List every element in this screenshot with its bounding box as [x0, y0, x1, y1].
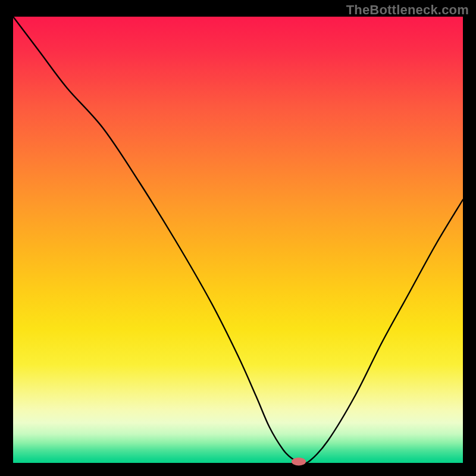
- chart-frame: TheBottleneck.com: [0, 0, 476, 476]
- watermark-text: TheBottleneck.com: [346, 2, 469, 18]
- plot-area: [13, 17, 463, 463]
- bottleneck-curve: [13, 17, 463, 464]
- optimal-point-marker: [292, 458, 306, 466]
- curve-layer: [13, 17, 463, 463]
